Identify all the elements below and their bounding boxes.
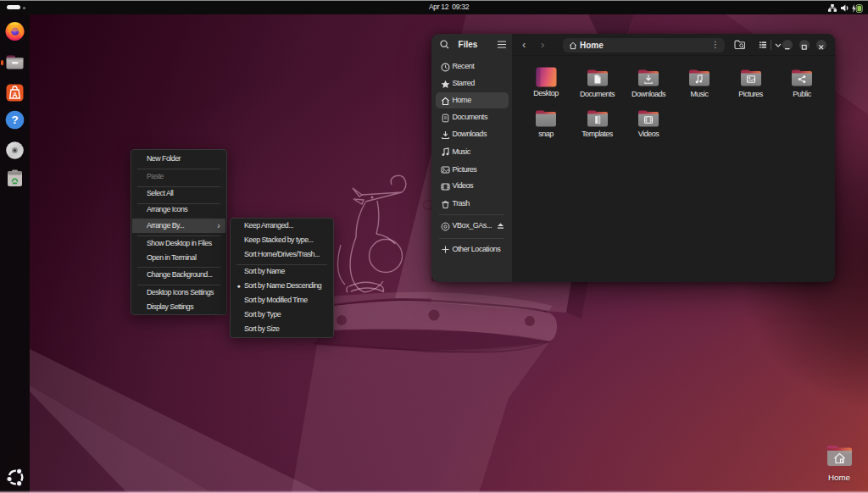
svg-text:A: A: [12, 91, 17, 99]
svg-text:?: ?: [11, 114, 18, 126]
